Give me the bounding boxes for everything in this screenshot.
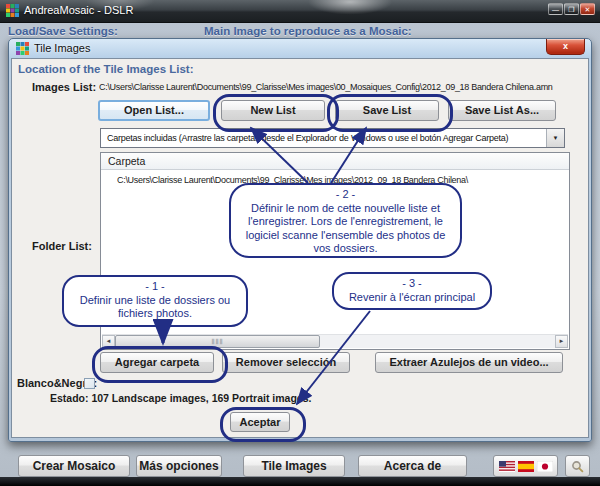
main-image-label: Main Image to reproduce as a Mosaic:	[204, 25, 412, 37]
images-list-label: Images List:	[32, 81, 96, 93]
horizontal-scrollbar[interactable]: ◄ ⦀⦀⦀ ►	[102, 334, 568, 348]
magnifier-icon	[571, 460, 584, 473]
flag-spain-icon[interactable]	[518, 461, 534, 472]
note-2-bubble: - 2 - Définir le nom de cette nouvelle l…	[229, 183, 462, 258]
open-list-button[interactable]: Open List...	[98, 100, 210, 121]
dialog-title: Tile Images	[34, 42, 90, 54]
agregar-carpeta-button[interactable]: Agregar carpeta	[100, 352, 214, 373]
folders-dropdown[interactable]: Carpetas incluidas (Arrastre las carpeta…	[100, 128, 565, 148]
note-2-number: - 2 -	[237, 188, 454, 202]
flag-us-icon[interactable]	[499, 461, 515, 472]
acerca-de-button[interactable]: Acerca de	[358, 455, 467, 477]
status-text: Estado: 107 Landscape images, 169 Portra…	[50, 392, 311, 404]
new-list-button[interactable]: New List	[221, 100, 325, 121]
chevron-down-icon[interactable]: ▼	[546, 129, 564, 147]
window-controls: — ❐ ✕	[548, 3, 595, 15]
note-1-text: Definir une liste de dossiers ou fichier…	[70, 294, 240, 321]
minimize-icon[interactable]: —	[548, 3, 563, 15]
extraer-azulejos-button[interactable]: Extraer Azulejos de un video...	[375, 352, 563, 373]
note-3-number: - 3 -	[340, 277, 484, 291]
blanco-negro-checkbox[interactable]	[84, 378, 95, 389]
scrollbar-thumb[interactable]: ⦀⦀⦀	[115, 335, 320, 348]
load-save-settings-label: Load/Save Settings:	[8, 25, 118, 37]
remover-seleccion-button[interactable]: Remover selección	[222, 352, 350, 373]
flag-japan-icon[interactable]	[537, 461, 553, 472]
mas-opciones-button[interactable]: Más opciones	[136, 455, 222, 477]
andreamosaic-window: AndreaMosaic - DSLR — ❐ ✕ Load/Save Sett…	[0, 0, 600, 486]
note-3-bubble: - 3 - Revenir à l'écran principal	[332, 272, 492, 310]
crear-mosaico-button[interactable]: Crear Mosaico	[18, 455, 130, 477]
save-list-button[interactable]: Save List	[335, 100, 439, 121]
section-title: Location of the Tile Images List:	[18, 63, 194, 75]
folder-list-column-header[interactable]: Carpeta	[101, 153, 569, 170]
window-bottom-border	[0, 477, 600, 486]
app-mosaic-icon	[6, 4, 19, 17]
search-tool-button[interactable]	[565, 455, 590, 477]
note-2-text: Définir le nom de cette nouvelle liste e…	[237, 202, 454, 256]
folder-list-label: Folder List:	[32, 240, 92, 252]
folders-dropdown-value: Carpetas incluidas (Arrastre las carpeta…	[107, 129, 544, 147]
note-1-number: - 1 -	[70, 280, 240, 294]
maximize-icon[interactable]: ❐	[564, 3, 579, 15]
scroll-right-icon[interactable]: ►	[555, 335, 568, 348]
dialog-mosaic-icon	[16, 42, 29, 55]
note-1-bubble: - 1 - Definir une liste de dossiers ou f…	[62, 275, 248, 327]
save-list-as-button[interactable]: Save List As...	[448, 100, 556, 121]
tile-images-button[interactable]: Tile Images	[243, 455, 345, 477]
window-title: AndreaMosaic - DSLR	[24, 4, 133, 16]
note-3-text: Revenir à l'écran principal	[340, 291, 484, 305]
images-list-path: C:\Users\Clarisse Laurent\Documents\99_C…	[99, 82, 571, 92]
scroll-left-icon[interactable]: ◄	[102, 335, 115, 348]
aceptar-button[interactable]: Aceptar	[230, 412, 290, 432]
language-flags-panel[interactable]	[493, 455, 558, 477]
dialog-close-button[interactable]: x	[546, 39, 585, 55]
main-titlebar[interactable]: AndreaMosaic - DSLR — ❐ ✕	[0, 0, 600, 23]
close-icon[interactable]: ✕	[580, 3, 595, 15]
